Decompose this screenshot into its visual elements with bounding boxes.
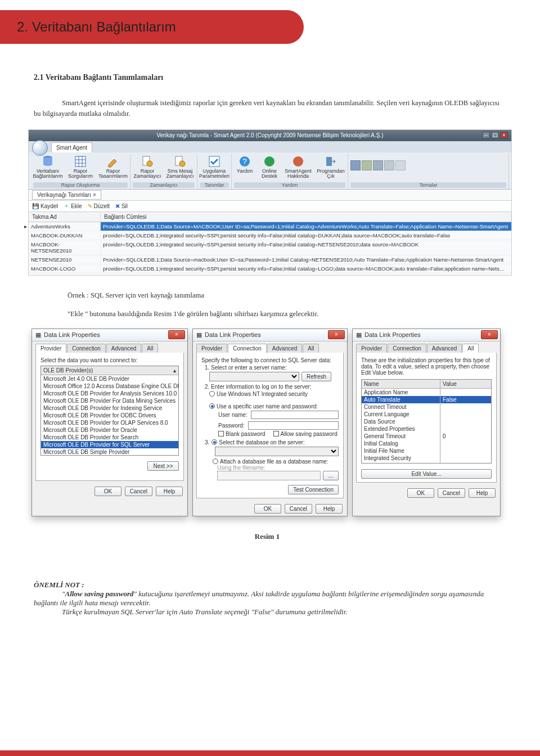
theme-swatch-icon[interactable] [373, 160, 383, 170]
tab-close-icon[interactable]: × [93, 192, 96, 198]
table-row[interactable]: MACBOOK-DUKKANprovider=SQLOLEDB.1;integr… [29, 231, 511, 240]
table-row[interactable]: MACBOOK-NETSENSE2010provider=SQLOLEDB.1;… [29, 240, 511, 255]
allow-saving-password-checkbox[interactable]: Allow saving password [273, 431, 338, 437]
list-item[interactable]: Microsoft Office 12.0 Access Database En… [41, 382, 178, 390]
tab-connection[interactable]: Connection [228, 344, 267, 353]
note-title: ÖNEMLİ NOT : [34, 580, 501, 590]
server-name-select[interactable] [209, 372, 299, 381]
maximize-icon[interactable]: ▢ [491, 132, 499, 138]
tab-all[interactable]: All [303, 344, 319, 353]
blank-password-checkbox[interactable]: Blank password [218, 431, 266, 437]
database-select[interactable] [215, 447, 339, 456]
theme-swatch-icon[interactable] [384, 160, 394, 170]
ribbon-btn-smssched[interactable]: Sms Mesaj Zamanlayıcı [165, 155, 195, 179]
tab-connection[interactable]: Connection [388, 344, 426, 353]
ribbon-btn-designs[interactable]: Rapor Tasarımlarım [98, 155, 128, 179]
list-item[interactable]: Microsoft OLE DB Simple Provider [41, 448, 178, 456]
theme-swatch-icon[interactable] [350, 160, 361, 170]
test-connection-button[interactable]: Test Connection [288, 485, 339, 494]
list-item[interactable]: Integrated Security [362, 454, 491, 462]
ribbon-tab-smartagent[interactable]: Smart Agent [51, 142, 92, 152]
ribbon-btn-rsched[interactable]: Rapor Zamanlayıcı [133, 155, 162, 179]
radio-attach-db[interactable]: Attach a database file as a database nam… [213, 458, 339, 465]
username-input[interactable] [251, 411, 339, 419]
cancel-button[interactable]: Cancel [438, 488, 465, 498]
radio-nt-auth[interactable]: Use Windows NT Integrated security [209, 391, 339, 397]
add-button[interactable]: ＋Ekle [64, 202, 82, 210]
ribbon-btn-queries[interactable]: Rapor Sorgularım [66, 155, 95, 179]
help-button[interactable]: Help [316, 504, 343, 514]
list-item[interactable]: Microsoft OLE DB Provider for Indexing S… [41, 404, 178, 412]
edit-button[interactable]: ✎Düzelt [88, 203, 110, 209]
help-button[interactable]: Help [469, 488, 496, 498]
theme-swatch-icon[interactable] [395, 160, 406, 170]
doc-tab-datasource[interactable]: Verikaynağı Tanımları× [32, 190, 101, 200]
ok-button[interactable]: OK [94, 487, 122, 496]
ok-button[interactable]: OK [254, 504, 281, 514]
list-item[interactable]: Microsoft OLE DB Provider For Data Minin… [41, 397, 178, 404]
ribbon-btn-dbconn[interactable]: Veritabanı Bağlantılarım [33, 155, 62, 179]
cancel-button[interactable]: Cancel [285, 504, 312, 514]
scroll-up-icon[interactable]: ▴ [173, 367, 176, 374]
close-icon[interactable]: × [328, 330, 345, 339]
list-item[interactable]: Initial File Name [362, 447, 491, 454]
col-conn[interactable]: Bağlantı Cümlesi [101, 212, 511, 222]
list-item[interactable]: Microsoft OLE DB Provider for Search [41, 434, 178, 441]
list-item[interactable]: General Timeout0 [362, 433, 491, 440]
tab-provider[interactable]: Provider [35, 344, 66, 353]
list-item[interactable]: Microsoft Jet 4.0 OLE DB Provider [41, 375, 178, 382]
ribbon-btn-params[interactable]: Uygulama Parametreleri [200, 155, 229, 179]
list-item[interactable]: Initial Catalog [362, 440, 491, 447]
radio-select-db[interactable]: Select the database on the server: [212, 439, 304, 446]
list-item[interactable]: Microsoft OLE DB Provider for Analysis S… [41, 390, 178, 397]
minimize-icon[interactable]: – [482, 132, 490, 138]
next-button[interactable]: Next >> [147, 461, 179, 471]
list-item[interactable]: Microsoft OLE DB Provider for ODBC Drive… [41, 412, 178, 419]
list-item[interactable]: Application Name [362, 389, 491, 396]
provider-listbox[interactable]: OLE DB Provider(s)▴ Microsoft Jet 4.0 OL… [40, 366, 179, 456]
tab-advanced[interactable]: Advanced [267, 344, 302, 353]
tab-all[interactable]: All [142, 344, 158, 353]
table-row[interactable]: MACBOOK-LOGOprovider=SQLOLEDB.1;integrat… [29, 264, 511, 273]
ribbon-tabstrip: Smart Agent [29, 141, 511, 152]
table-row[interactable]: ▸AdventureWorksProvider=SQLOLEDB.1;Data … [29, 222, 511, 231]
col-alias[interactable]: Takma Ad [29, 212, 101, 222]
tab-connection[interactable]: Connection [67, 344, 106, 353]
tab-all[interactable]: All [462, 344, 479, 353]
close-icon[interactable]: × [500, 132, 508, 138]
list-item[interactable]: Extended Properties [362, 425, 491, 433]
ribbon-btn-exit[interactable]: Programdan Çık [316, 155, 345, 179]
list-item[interactable]: Microsoft OLE DB Provider for OLAP Servi… [41, 419, 178, 426]
tab-advanced[interactable]: Advanced [427, 344, 462, 353]
tab-advanced[interactable]: Advanced [106, 344, 141, 353]
close-icon[interactable]: × [168, 330, 185, 339]
list-item[interactable]: Microsoft OLE DB Provider for Oracle [41, 426, 178, 434]
table-row[interactable]: NETSENSE2010Provider=SQLOLEDB.1;Data Sou… [29, 255, 511, 264]
close-icon[interactable]: × [481, 330, 498, 339]
delete-button[interactable]: ✖Sil [115, 203, 128, 209]
clock-report-icon [141, 155, 154, 168]
list-item[interactable]: Data Source [362, 418, 491, 425]
list-item[interactable]: Locale Identifier1055 [362, 462, 491, 464]
tab-provider[interactable]: Provider [196, 344, 227, 353]
browse-button[interactable]: … [323, 471, 339, 480]
radio-userpw-auth[interactable]: Use a specific user name and password: [209, 403, 339, 410]
ribbon-btn-online[interactable]: Online Destek [259, 155, 280, 179]
properties-listbox[interactable]: NameValue Application NameAuto Translate… [361, 379, 492, 464]
theme-swatch-icon[interactable] [362, 160, 372, 170]
list-item[interactable]: Auto TranslateFalse [362, 396, 491, 403]
tab-provider[interactable]: Provider [356, 344, 387, 353]
edit-value-button[interactable]: Edit Value... [361, 469, 492, 479]
list-item[interactable]: Microsoft OLE DB Provider for SQL Server [41, 441, 178, 448]
ribbon-btn-help[interactable]: ?Yardım [234, 155, 255, 179]
app-orb-button[interactable] [32, 140, 48, 156]
ok-button[interactable]: OK [407, 488, 434, 498]
password-input[interactable] [248, 421, 339, 430]
cancel-button[interactable]: Cancel [125, 487, 152, 496]
refresh-button[interactable]: Refresh [302, 372, 331, 381]
help-button[interactable]: Help [156, 487, 183, 496]
save-button[interactable]: 💾Kaydet [32, 203, 58, 209]
list-item[interactable]: Connect Timeout [362, 403, 491, 411]
list-item[interactable]: Current Language [362, 411, 491, 418]
ribbon-btn-about[interactable]: SmartAgent Hakkında [284, 155, 313, 179]
